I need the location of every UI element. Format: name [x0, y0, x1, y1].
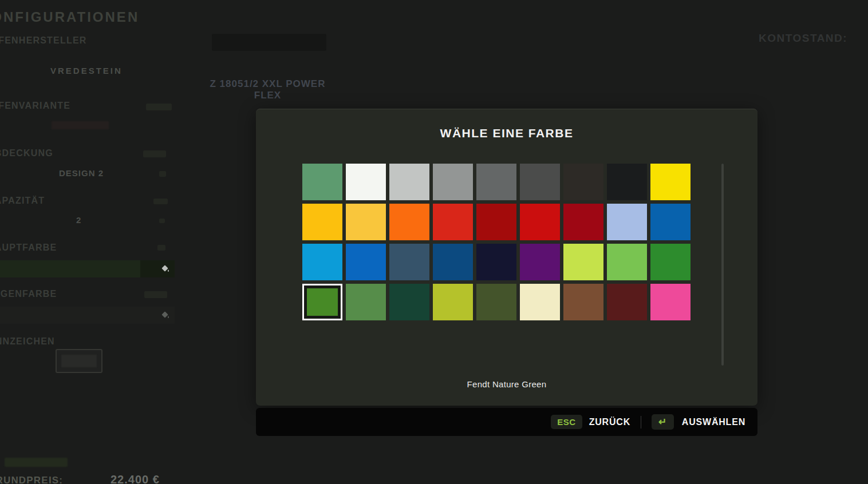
color-swatch[interactable]: [389, 284, 429, 320]
color-picker-dialog: WÄHLE EINE FARBE Fendt Nature Green: [256, 109, 757, 406]
color-swatch[interactable]: [433, 244, 473, 280]
dimmed-selected-color-text: [5, 458, 68, 467]
selected-color-name: Fendt Nature Green: [256, 379, 757, 389]
section-tire-manufacturer: REIFENHERSTELLER: [0, 35, 87, 46]
color-swatch[interactable]: [346, 284, 386, 320]
color-swatch[interactable]: [433, 204, 473, 240]
dim-value: [146, 104, 172, 110]
footer-divider: [641, 416, 641, 429]
dialog-title: WÄHLE EINE FARBE: [256, 126, 757, 140]
color-swatch[interactable]: [476, 244, 516, 280]
color-swatch[interactable]: [302, 204, 342, 240]
dim-value: [143, 150, 166, 157]
color-swatch[interactable]: [476, 164, 516, 200]
color-swatch[interactable]: [563, 204, 603, 240]
color-swatch[interactable]: [433, 284, 473, 320]
dim-value: [159, 219, 165, 223]
enter-keycap: ↵: [652, 414, 674, 430]
color-swatch[interactable]: [520, 164, 560, 200]
rim-color-row: [0, 307, 175, 324]
color-swatch[interactable]: [433, 164, 473, 200]
color-swatch[interactable]: [346, 204, 386, 240]
base-price-value: 22.400 €: [111, 473, 160, 484]
color-swatch[interactable]: [650, 244, 691, 280]
color-swatch[interactable]: [607, 164, 647, 200]
base-price-label: GRUNDPREIS:: [0, 475, 63, 484]
color-swatch[interactable]: [389, 204, 429, 240]
dim-value: [157, 245, 165, 251]
section-cover: ABDECKUNG: [0, 148, 53, 158]
color-swatch[interactable]: [346, 164, 386, 200]
color-swatch[interactable]: [520, 244, 560, 280]
selected-swatch-color: [307, 288, 338, 316]
license-plate-preview: [56, 349, 102, 373]
selected-main-color-row: [0, 260, 175, 277]
select-button[interactable]: AUSWÄHLEN: [682, 417, 745, 427]
color-swatch[interactable]: [520, 204, 560, 240]
page-title: KONFIGURATIONEN: [0, 9, 139, 25]
color-swatch-grid: [302, 164, 691, 320]
dim-value: [153, 199, 168, 204]
license-plate-text-smudge: [61, 355, 97, 367]
color-swatch-selected[interactable]: [302, 284, 342, 320]
section-capacity: KAPAZITÄT: [0, 196, 45, 206]
color-swatch[interactable]: [650, 164, 691, 200]
color-swatch[interactable]: [607, 244, 647, 280]
section-license-plate: KENNZEICHEN: [0, 336, 55, 347]
section-tire-variant: REIFENVARIANTE: [0, 101, 70, 111]
cover-option-design2: DESIGN 2: [59, 168, 104, 178]
dimmed-variant-value: [52, 121, 109, 129]
color-swatch[interactable]: [607, 284, 647, 320]
capacity-option-2: 2: [76, 215, 81, 225]
color-swatch[interactable]: [476, 204, 516, 240]
section-rim-color: FELGENFARBE: [0, 289, 57, 299]
color-swatch[interactable]: [302, 244, 342, 280]
esc-keycap: ESC: [551, 415, 582, 429]
color-swatch[interactable]: [520, 284, 560, 320]
config-screen-background: KONFIGURATIONEN KONTOSTAND: REIFENHERSTE…: [0, 0, 868, 484]
color-swatch[interactable]: [346, 244, 386, 280]
section-main-color: HAUPTFARBE: [0, 243, 57, 253]
color-swatch[interactable]: [650, 284, 691, 320]
vehicle-name: Z 18051/2 XXL POWER FLEX: [203, 78, 332, 101]
color-swatch[interactable]: [389, 164, 429, 200]
dim-value: [144, 291, 167, 298]
paint-bucket-icon: [161, 264, 170, 273]
dialog-footer-bar: ESC ZURÜCK ↵ AUSWÄHLEN: [256, 408, 757, 436]
paint-bucket-icon: [161, 311, 170, 320]
color-swatch[interactable]: [563, 244, 603, 280]
color-swatch[interactable]: [607, 204, 647, 240]
color-swatch[interactable]: [563, 284, 603, 320]
color-swatch[interactable]: [563, 164, 603, 200]
color-swatch[interactable]: [476, 284, 516, 320]
scrollbar[interactable]: [721, 164, 724, 366]
brand-logo-vredestein: VREDESTEIN: [50, 66, 123, 76]
account-balance-label: KONTOSTAND:: [759, 32, 847, 45]
back-button[interactable]: ZURÜCK: [589, 417, 630, 427]
dimmed-tab-bar: [212, 34, 326, 51]
color-swatch[interactable]: [302, 164, 342, 200]
dim-value: [159, 171, 166, 177]
color-swatch[interactable]: [650, 204, 691, 240]
color-swatch[interactable]: [389, 244, 429, 280]
